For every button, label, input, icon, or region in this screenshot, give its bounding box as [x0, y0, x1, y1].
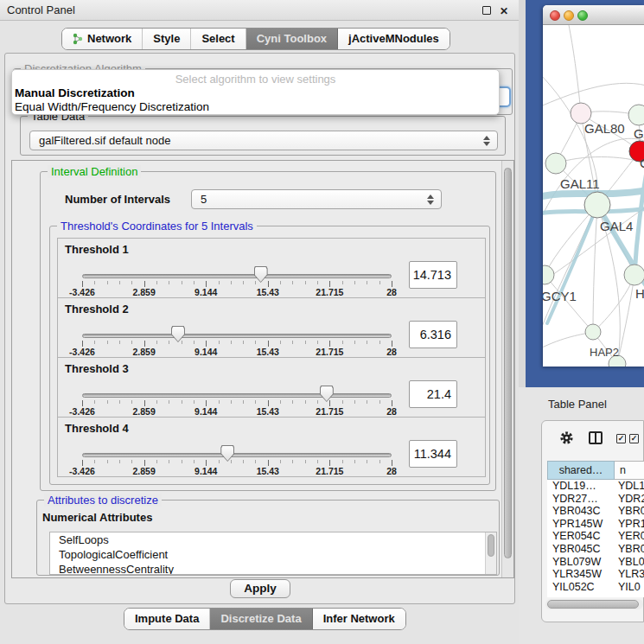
- network-node[interactable]: [624, 265, 644, 285]
- slider-tick: [379, 400, 380, 404]
- split-columns-icon[interactable]: [589, 431, 603, 444]
- slider-tick: [317, 460, 318, 463]
- table-row[interactable]: YER054CYER0: [547, 530, 644, 543]
- table-row[interactable]: YIL052CYIL0: [547, 581, 644, 594]
- slider-tick: [119, 400, 120, 404]
- tab-network[interactable]: Network: [62, 29, 143, 49]
- settings-vertical-scrollbar[interactable]: [501, 161, 513, 577]
- slider-tick: [379, 341, 380, 344]
- checkbox-checked-icon[interactable]: ✓: [616, 434, 626, 443]
- table-data-group: Table Data galFiltered.sif default node: [20, 116, 506, 156]
- threshold-slider[interactable]: [82, 274, 392, 278]
- gear-icon[interactable]: [559, 430, 574, 445]
- table-cell: YLR345W: [547, 568, 615, 581]
- tab-cyni-toolbox[interactable]: Cyni Toolbox: [246, 29, 338, 49]
- tick-label: 15.43: [257, 466, 279, 476]
- slider-tick: [231, 341, 232, 344]
- table-row[interactable]: YBR045CYBR0: [547, 543, 644, 556]
- threshold-value-field[interactable]: 6.316: [409, 321, 457, 348]
- table-row[interactable]: YDR27…YDR2: [547, 493, 644, 506]
- table-cell: YIL0: [615, 581, 644, 594]
- threshold-value-field[interactable]: 11.344: [409, 440, 457, 468]
- slider-tick: [94, 281, 95, 284]
- network-node[interactable]: [628, 105, 644, 125]
- table-data-combobox[interactable]: galFiltered.sif default node: [29, 131, 498, 150]
- slider-tick: [392, 400, 392, 406]
- column-header-name[interactable]: n: [615, 461, 644, 480]
- slider-thumb[interactable]: [171, 326, 185, 342]
- threshold-value-field[interactable]: 21.4: [409, 380, 457, 408]
- settings-scrollbar-thumb[interactable]: [504, 168, 512, 558]
- network-window-titlebar[interactable]: [543, 5, 644, 25]
- thresholds-group-title: Threshold's Coordinates for 5 Intervals: [57, 220, 257, 233]
- slider-tick: [206, 400, 207, 406]
- threshold-slider[interactable]: [82, 393, 392, 398]
- tab-discretize-data[interactable]: Discretize Data: [210, 609, 312, 629]
- panel-title: Control Panel: [7, 3, 75, 16]
- tab-jactivemnodules[interactable]: jActiveMNodules: [338, 29, 450, 49]
- table-scrollbar-thumb[interactable]: [547, 600, 639, 609]
- slider-tick: [255, 281, 256, 284]
- slider-thumb[interactable]: [220, 445, 234, 462]
- tab-impute-data[interactable]: Impute Data: [124, 609, 210, 629]
- slider-tick: [107, 460, 108, 463]
- algorithm-option[interactable]: Equal Width/Frequency Discretization: [12, 100, 499, 114]
- threshold-label: Threshold 1: [65, 243, 129, 256]
- minimize-traffic-light-icon[interactable]: [564, 10, 574, 21]
- threshold-slider[interactable]: [82, 334, 392, 338]
- slider-tick: [305, 400, 306, 404]
- network-node[interactable]: [543, 265, 554, 284]
- tab-style[interactable]: Style: [143, 29, 191, 49]
- network-icon: [73, 33, 83, 45]
- checkbox-checked-icon[interactable]: ✓: [629, 434, 639, 443]
- table-row[interactable]: YDL19…YDL1: [547, 480, 644, 493]
- network-node[interactable]: [584, 192, 610, 218]
- combobox-spinner-icon[interactable]: [426, 194, 434, 206]
- slider-tick: [392, 281, 392, 287]
- slider-tick: [243, 460, 244, 463]
- network-canvas[interactable]: GAL80 GA C GAL11 GAL4 GCY1 H HAP2: [543, 25, 644, 367]
- table-row[interactable]: YBL079WYBL0: [547, 556, 644, 569]
- combobox-spinner-icon[interactable]: [482, 135, 490, 147]
- slider-tick: [231, 281, 232, 284]
- float-window-icon[interactable]: [482, 6, 491, 15]
- network-node[interactable]: [585, 324, 601, 340]
- network-nodes: [543, 103, 644, 367]
- column-header-shared[interactable]: shared…: [547, 461, 615, 480]
- tab-infer-network[interactable]: Infer Network: [313, 609, 405, 629]
- table-row[interactable]: YBR043CYBR0: [547, 505, 644, 518]
- algorithm-dropdown-popup: Select algorithm to view settings Manual…: [11, 69, 500, 115]
- threshold-value-field[interactable]: 14.713: [409, 261, 457, 289]
- close-traffic-light-icon[interactable]: [550, 10, 560, 21]
- attribute-item[interactable]: TopologicalCoefficient: [50, 547, 496, 562]
- slider-tick: [144, 341, 145, 347]
- slider-tick: [144, 460, 145, 466]
- slider-tick: [292, 281, 293, 284]
- table-row[interactable]: YPR145WYPR1: [547, 518, 644, 531]
- apply-button[interactable]: Apply: [230, 579, 290, 598]
- attribute-item[interactable]: SelfLoops: [50, 532, 496, 547]
- table-toolbar: ✓ ✓: [542, 421, 644, 456]
- table-row[interactable]: YLR345WYLR3: [547, 568, 644, 581]
- zoom-traffic-light-icon[interactable]: [577, 10, 588, 21]
- attributes-scrollbar-thumb[interactable]: [488, 534, 494, 557]
- slider-tick: [392, 460, 392, 466]
- interval-definition-title: Interval Definition: [48, 165, 141, 178]
- algorithm-option[interactable]: Manual Discretization: [12, 86, 499, 100]
- slider-tick: [280, 281, 281, 284]
- close-icon[interactable]: ✕: [500, 5, 508, 17]
- table-horizontal-scrollbar[interactable]: [545, 599, 643, 609]
- table-card: ✓ ✓ shared… n YDL19…YDL1YDR27…YDR2YBR043…: [541, 420, 644, 622]
- tab-select[interactable]: Select: [191, 29, 245, 49]
- slider-thumb[interactable]: [320, 386, 334, 402]
- number-of-intervals-combobox[interactable]: 5: [191, 189, 442, 209]
- node-label: GAL80: [584, 121, 625, 136]
- cyni-toolbox-panel: Discretization Algorithm Table Data galF…: [4, 53, 515, 604]
- slider-tick: [354, 400, 355, 404]
- attributes-scrollbar[interactable]: [485, 532, 496, 574]
- attribute-item[interactable]: BetweennessCentrality: [50, 562, 496, 575]
- network-node[interactable]: [545, 153, 566, 174]
- slider-tick: [182, 400, 182, 404]
- slider-tick: [243, 281, 244, 284]
- threshold-slider[interactable]: [82, 453, 392, 457]
